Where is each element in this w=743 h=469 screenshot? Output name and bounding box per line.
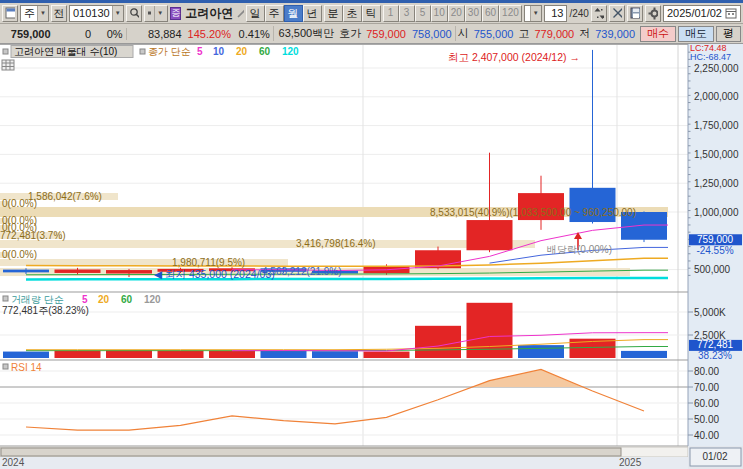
price-change-pct-label: -24.55% xyxy=(696,245,733,256)
timeframe-주[interactable]: 주 xyxy=(265,5,284,22)
volume-bar-2024/09 xyxy=(415,326,461,358)
current-volume-text: 772,481주(38.23%) xyxy=(2,305,89,316)
timeframe-group: 일주월년 xyxy=(246,5,322,22)
buy-button[interactable]: 매수 xyxy=(640,26,676,42)
compare-button[interactable] xyxy=(591,5,607,22)
high-label: 고 xyxy=(516,26,531,41)
hoga-label: 호가 xyxy=(337,26,363,41)
interval-30[interactable]: 30 xyxy=(465,5,482,22)
current-price: 759,000 xyxy=(2,28,54,40)
chevron-down-icon: ▼ xyxy=(530,6,541,21)
sound-button[interactable]: ▼ xyxy=(144,5,169,22)
trade-value: 63,500백만 xyxy=(273,26,337,41)
interval-20[interactable]: 20 xyxy=(448,5,465,22)
price-ma-legend-label: 종가 단순 xyxy=(148,46,191,57)
volume-ma-period-120: 120 xyxy=(144,294,161,305)
candle-total: /240 xyxy=(569,8,588,19)
x-axis-year-2024: 2024 xyxy=(2,457,25,468)
disk-icon xyxy=(630,7,640,19)
edit-icon xyxy=(237,7,243,19)
custom-interval-select[interactable]: ▼ xyxy=(524,5,542,22)
candle-2024/01 xyxy=(3,270,49,273)
interval-1[interactable]: 1 xyxy=(383,5,399,22)
volume-profile-label: 8,533,015(40.9%)(1,033,500.00 ~ 960,250.… xyxy=(430,207,636,218)
price-tick-label: 1,250,000 xyxy=(694,178,739,189)
interval-120[interactable]: 120 xyxy=(499,5,522,22)
stock-code-value: 010130 xyxy=(73,7,110,19)
volume-profile-label: 3,416,798(16.4%) xyxy=(296,238,376,249)
rsi-tick-label: 70.00 xyxy=(694,382,719,393)
volume-pct-label: 38.23% xyxy=(698,350,732,361)
open-label: 시 xyxy=(455,26,471,41)
volume-bar-2024/08 xyxy=(364,352,410,358)
current-price-marker-label: 759,000 xyxy=(697,234,734,245)
interval-5[interactable]: 5 xyxy=(415,5,431,22)
low-label: 저 xyxy=(577,26,592,41)
calendar-icon xyxy=(725,7,737,19)
price-tick-label: 500,000 xyxy=(694,264,731,275)
dividend-annotation: 배당락(0.00%) xyxy=(547,244,612,255)
save-button[interactable] xyxy=(627,5,643,22)
volume-profile-label: 1,980,711(9.5%) xyxy=(172,257,245,268)
date-value: 2025/01/02 xyxy=(667,7,722,19)
interval-60[interactable]: 60 xyxy=(482,5,499,22)
avg-price-button[interactable]: 평 xyxy=(716,26,741,42)
subframe-초[interactable]: 초 xyxy=(343,5,362,22)
speaker-icon xyxy=(147,7,152,19)
rsi-tick-label: 40.00 xyxy=(694,430,719,441)
legend-bullet xyxy=(3,364,8,369)
price-tick-label: 1,750,000 xyxy=(694,120,739,131)
volume-profile-label: 772,481(3.7%) xyxy=(0,230,66,241)
current-volume-marker-label: 772,481 xyxy=(697,339,734,350)
rsi-legend-label: RSI 14 xyxy=(11,362,42,373)
window-icon[interactable] xyxy=(2,5,18,22)
price-ma-period-120: 120 xyxy=(282,46,299,57)
gear-icon xyxy=(648,7,658,20)
volume-ma-period-5: 5 xyxy=(82,294,88,305)
search-icon xyxy=(129,7,139,19)
volume-bar-2024/07 xyxy=(312,351,358,358)
sell-button[interactable]: 매도 xyxy=(678,26,714,42)
chart-canvas[interactable]: 2,250,0002,000,0001,750,0001,500,0001,25… xyxy=(0,44,743,469)
period-type-select[interactable]: 주 ▼ xyxy=(20,5,49,22)
legend-bullet xyxy=(3,49,8,54)
price-ma-period-10: 10 xyxy=(213,46,225,57)
volume-profile-label: 0(0.0%) xyxy=(2,249,37,260)
candle-count-value: 13 xyxy=(551,7,563,19)
interval-10[interactable]: 10 xyxy=(431,5,448,22)
chevron-down-icon: ▼ xyxy=(37,6,48,21)
subframe-group: 분초틱 xyxy=(324,5,381,22)
candle-2024/10 xyxy=(467,220,513,250)
chart-tool-button[interactable] xyxy=(609,5,625,22)
candle-count-input[interactable]: 13 xyxy=(544,5,568,22)
current-date-label: 01/02 xyxy=(702,451,727,462)
prev-stock-button[interactable]: 전 xyxy=(51,5,67,22)
subframe-틱[interactable]: 틱 xyxy=(362,5,381,22)
timeframe-월[interactable]: 월 xyxy=(284,5,303,22)
price-ma-period-20: 20 xyxy=(236,46,248,57)
price-tick-label: 1,000,000 xyxy=(694,207,739,218)
legend-bullet xyxy=(3,296,8,301)
volume-profile-label: 1,586,042(7.6%) xyxy=(28,191,102,202)
search-button[interactable] xyxy=(126,5,142,22)
hoga-buy-price: 759,000 xyxy=(363,28,409,40)
volume-ratio: 145.20% xyxy=(185,28,234,40)
interval-3[interactable]: 3 xyxy=(399,5,415,22)
sort-arrows-icon xyxy=(594,7,604,20)
data-grid-icon xyxy=(2,60,14,70)
candle-2024/03 xyxy=(106,270,152,273)
date-picker[interactable]: 2025/01/02 xyxy=(663,5,741,22)
stock-code-input[interactable]: 010130 ▼ xyxy=(69,5,124,22)
volume-bar-2024/03 xyxy=(106,350,152,358)
subframe-분[interactable]: 분 xyxy=(324,5,343,22)
timeframe-년[interactable]: 년 xyxy=(303,5,322,22)
volume-bar-2024/05 xyxy=(209,351,255,358)
settings-button[interactable] xyxy=(645,5,661,22)
open-price: 755,000 xyxy=(471,28,517,40)
high-annotation: 최고 2,407,000 (2024/12) → xyxy=(448,51,580,63)
volume-today: 83,884 xyxy=(126,28,185,40)
scrollbar-thumb[interactable] xyxy=(1,448,621,456)
timeframe-일[interactable]: 일 xyxy=(246,5,265,22)
volume-ma-period-60: 60 xyxy=(121,294,133,305)
price-pane-title: 고려아연 매물대 수(10) xyxy=(14,46,117,57)
